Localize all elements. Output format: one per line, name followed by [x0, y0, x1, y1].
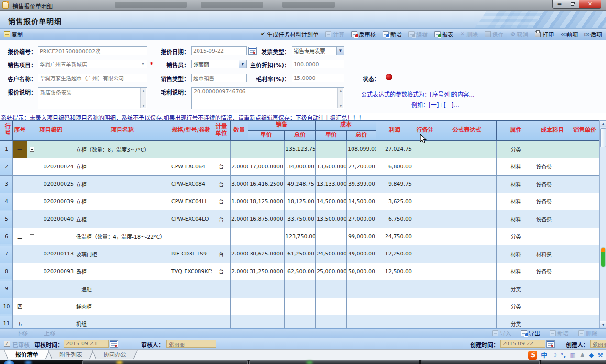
clipboard-icon[interactable]: ♟ — [580, 351, 585, 360]
cell-spec[interactable]: RIF-CD3L-TS9 — [170, 245, 212, 263]
cell-cp[interactable]: 25,000.0000 — [316, 263, 347, 280]
cell-qty[interactable]: 3.0000 — [231, 176, 248, 193]
taskbar-item[interactable] — [82, 360, 248, 364]
sales-type-input[interactable]: 超市销售 — [191, 74, 247, 82]
cell-attr[interactable]: 分类 — [497, 315, 535, 329]
cell-sp[interactable]: 16,875.0000 — [248, 210, 285, 228]
cell-st[interactable]: 49,248.75 — [285, 176, 316, 193]
cell-seq[interactable]: 三 — [13, 280, 27, 298]
cell-ct[interactable]: 39,399.00 — [347, 176, 376, 193]
cell-ct[interactable]: 99,000.00 — [347, 228, 376, 245]
textarea-scrollbar[interactable]: ▲▼ — [140, 88, 146, 108]
cell-formula[interactable] — [437, 315, 497, 329]
cell-sp[interactable]: 16,416.2500 — [248, 176, 285, 193]
cell-st[interactable] — [285, 298, 316, 315]
taskbar-item[interactable] — [421, 360, 540, 364]
cell-name[interactable]: 低温柜（数量：4，温度-18~-22°C） — [75, 228, 170, 245]
cell-formula[interactable] — [437, 176, 497, 193]
collapse-icon[interactable] — [30, 147, 34, 152]
cell-spec[interactable]: CPW-EXC064 — [170, 158, 212, 176]
cell-attr[interactable]: 材料 — [497, 193, 535, 210]
taskbar-item[interactable] — [541, 360, 606, 364]
cell-st[interactable]: 135,123.75 — [285, 141, 316, 158]
cell-st[interactable]: 34,000.00 — [285, 158, 316, 176]
margin-note-textarea[interactable]: 20.0000009746706 ▲▼ — [191, 87, 344, 109]
cell-qty[interactable]: 2.0000 — [231, 263, 248, 280]
cell-seq[interactable] — [13, 176, 27, 193]
header-sale-unit[interactable]: 单价 — [248, 131, 285, 141]
cell-spec[interactable] — [170, 315, 212, 329]
cell-code[interactable]: 020200113 — [27, 245, 75, 263]
cell-name[interactable]: 鲜肉柜 — [75, 298, 170, 315]
cell-unit[interactable] — [212, 280, 231, 298]
cell-code[interactable] — [27, 280, 75, 298]
header-seq[interactable]: 序号 — [13, 121, 27, 141]
cell-qty[interactable] — [231, 280, 248, 298]
cell-subj[interactable] — [535, 228, 570, 245]
chevron-down-icon[interactable]: ▼ — [336, 47, 344, 55]
cell-sp2[interactable] — [570, 228, 600, 245]
cell-st[interactable]: 123,750.00 — [285, 228, 316, 245]
collapse-icon[interactable] — [30, 234, 34, 239]
create-time-calendar-icon[interactable] — [546, 340, 555, 348]
scroll-down-icon[interactable]: ▼ — [600, 321, 606, 328]
cell-formula[interactable] — [437, 158, 497, 176]
cell-subj[interactable] — [535, 298, 570, 315]
tab-attachment-list[interactable]: 附件列表 — [48, 350, 94, 359]
restore-button[interactable] — [566, 0, 579, 9]
cell-cp[interactable]: 13,133.0000 — [316, 176, 347, 193]
cell-code[interactable]: 020200093 — [27, 263, 75, 280]
header-qty[interactable]: 数量 — [231, 121, 248, 141]
cell-profit[interactable]: 9,849.75 — [376, 176, 413, 193]
cell-formula[interactable] — [437, 280, 497, 298]
cell-subj[interactable]: 设备费 — [535, 176, 570, 193]
row-number-cell[interactable]: 3 — [0, 176, 13, 193]
cell-subj[interactable] — [535, 280, 570, 298]
toolbar-button-next[interactable]: ▷▷后项 — [583, 29, 604, 39]
cell-seq[interactable] — [13, 158, 27, 176]
gross-margin-input[interactable]: 15.0000 — [292, 74, 344, 82]
cell-profit[interactable]: 24,750.00 — [376, 228, 413, 245]
cell-ct[interactable] — [347, 315, 376, 329]
cell-name[interactable]: 立柜（数量：8，温度3~7°C） — [75, 141, 170, 158]
header-sale-total[interactable]: 总价 — [285, 131, 316, 141]
cell-code[interactable] — [27, 315, 75, 329]
cell-cp[interactable] — [316, 315, 347, 329]
cell-st[interactable] — [285, 315, 316, 329]
cell-sp[interactable]: 18,125.0000 — [248, 193, 285, 210]
cell-unit[interactable] — [212, 315, 231, 329]
audited-checkbox[interactable]: ✓ — [4, 341, 10, 347]
chinese-mode-icon[interactable]: 中 — [541, 351, 547, 360]
cell-seq[interactable] — [13, 193, 27, 210]
toolbar-button-report[interactable]: 报表 — [432, 29, 455, 39]
cell-subj[interactable]: 设备费 — [535, 158, 570, 176]
cell-attr[interactable]: 材料 — [497, 245, 535, 263]
textarea-scrollbar[interactable]: ▲▼ — [337, 88, 343, 108]
cell-sp2[interactable] — [570, 158, 600, 176]
export-button[interactable]: 导出 — [519, 329, 542, 337]
cell-subj[interactable]: 设备费 — [535, 263, 570, 280]
cell-code[interactable]: 020200039 — [27, 193, 75, 210]
cell-subj[interactable]: 设备费 — [535, 193, 570, 210]
cell-subj[interactable]: 设备费 — [535, 210, 570, 228]
cell-qty[interactable] — [231, 315, 248, 329]
cell-attr[interactable]: 分类 — [497, 298, 535, 315]
cell-note[interactable] — [413, 228, 437, 245]
audit-time-field[interactable]: 2015-09-23 — [64, 340, 109, 348]
cell-sp[interactable]: 17,000.0000 — [248, 158, 285, 176]
cell-unit[interactable]: 台 — [212, 193, 231, 210]
header-attr[interactable]: 属性 — [497, 121, 535, 141]
cell-subj[interactable] — [535, 141, 570, 158]
cell-ct[interactable] — [347, 280, 376, 298]
cell-sp[interactable] — [248, 228, 285, 245]
cell-qty[interactable]: 1.0000 — [231, 193, 248, 210]
quote-note-textarea[interactable]: 新店设备安装 ▲▼ — [38, 87, 147, 109]
cell-subj[interactable]: 材料费 — [535, 245, 570, 263]
cell-formula[interactable] — [437, 141, 497, 158]
cell-spec[interactable] — [170, 298, 212, 315]
cell-sp[interactable]: 30,625.0000 — [248, 245, 285, 263]
cell-note[interactable] — [413, 245, 437, 263]
cell-profit[interactable] — [376, 315, 413, 329]
cell-profit[interactable]: 12,500.00 — [376, 263, 413, 280]
chevron-down-icon[interactable]: ▼ — [139, 60, 147, 68]
